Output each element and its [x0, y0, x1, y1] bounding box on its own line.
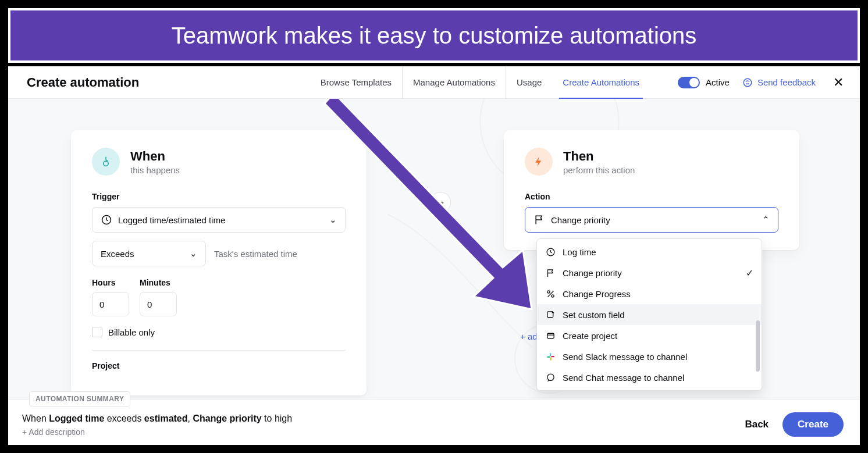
- then-card-header: Then perform this action: [525, 148, 778, 176]
- flag-icon: [545, 267, 556, 278]
- condition-row: Exceeds ⌄ Task's estimated time: [92, 241, 346, 266]
- hours-label: Hours: [92, 278, 129, 287]
- option-label: Change Progress: [563, 289, 631, 299]
- annotation-banner: Teamwork makes it easy to customize auto…: [8, 8, 860, 63]
- option-label: Log time: [563, 247, 596, 257]
- svg-rect-13: [551, 356, 554, 357]
- condition-value: Exceeds: [101, 249, 134, 259]
- custom-field-icon: [545, 309, 556, 320]
- active-toggle[interactable]: [678, 77, 700, 88]
- send-feedback-link[interactable]: Send feedback: [742, 77, 816, 88]
- condition-select[interactable]: Exceeds ⌄: [92, 241, 206, 266]
- tab-usage[interactable]: Usage: [506, 66, 552, 99]
- when-icon: [92, 148, 120, 176]
- billable-checkbox-row[interactable]: Billable only: [92, 327, 346, 337]
- clock-icon: [101, 214, 112, 226]
- when-card: When this happens Trigger Logged time/es…: [71, 130, 367, 395]
- back-button[interactable]: Back: [745, 419, 769, 430]
- svg-point-7: [551, 294, 553, 297]
- option-log-time[interactable]: Log time: [537, 241, 762, 262]
- billable-checkbox[interactable]: [92, 327, 102, 337]
- header-right: Active Send feedback ✕: [678, 75, 848, 90]
- billable-label: Billable only: [108, 327, 155, 337]
- footer: AUTOMATION SUMMARY When Logged time exce…: [8, 399, 860, 445]
- option-label: Create project: [563, 331, 617, 341]
- dropdown-scrollbar[interactable]: [756, 320, 760, 372]
- project-icon: [545, 330, 556, 341]
- chevron-down-icon: ⌄: [329, 215, 337, 225]
- annotation-banner-text: Teamwork makes it easy to customize auto…: [172, 23, 697, 49]
- option-create-project[interactable]: Create project: [537, 325, 762, 346]
- feedback-icon: [742, 77, 753, 88]
- tab-create-automations[interactable]: Create Automations: [552, 66, 650, 99]
- option-change-progress[interactable]: Change Progress: [537, 283, 762, 304]
- page-title: Create automation: [20, 75, 139, 90]
- when-card-header: When this happens: [92, 148, 346, 176]
- action-select[interactable]: Change priority ⌃: [525, 207, 778, 233]
- option-chat-message[interactable]: Send Chat message to channel: [537, 367, 762, 388]
- option-label: Change priority: [563, 268, 622, 278]
- option-change-priority[interactable]: Change priority ✓: [537, 262, 762, 283]
- tab-browse-templates[interactable]: Browse Templates: [310, 66, 402, 99]
- chat-icon: [545, 372, 556, 383]
- chevron-down-icon: ⌄: [190, 248, 197, 259]
- header-tabs: Browse Templates Manage Automations Usag…: [310, 66, 650, 99]
- flag-icon: [533, 214, 545, 226]
- chevron-up-icon: ⌃: [762, 215, 770, 225]
- then-subtitle: perform this action: [563, 165, 635, 175]
- summary-badge: AUTOMATION SUMMARY: [29, 391, 130, 406]
- time-inputs: Hours Minutes: [92, 278, 346, 316]
- minutes-input[interactable]: [140, 292, 177, 316]
- tab-manage-automations[interactable]: Manage Automations: [402, 66, 506, 99]
- svg-rect-12: [550, 357, 551, 361]
- active-toggle-wrap: Active: [678, 77, 730, 88]
- app-header: Create automation Browse Templates Manag…: [8, 66, 860, 99]
- then-icon: [525, 148, 553, 176]
- svg-rect-11: [547, 356, 550, 357]
- svg-rect-10: [550, 353, 551, 356]
- add-description-link[interactable]: + Add description: [22, 427, 846, 437]
- flow-connector-icon: →: [430, 192, 451, 213]
- hours-input[interactable]: [92, 292, 129, 316]
- option-label: Set custom field: [563, 310, 625, 320]
- check-icon: ✓: [746, 267, 753, 279]
- divider: [92, 350, 346, 351]
- close-button[interactable]: ✕: [828, 75, 848, 90]
- action-value: Change priority: [551, 215, 610, 225]
- then-card: Then perform this action Action Change p…: [504, 130, 799, 250]
- project-label: Project: [92, 361, 346, 370]
- option-label: Send Slack message to channel: [563, 352, 687, 362]
- svg-point-0: [744, 79, 752, 87]
- when-subtitle: this happens: [130, 165, 180, 175]
- svg-rect-9: [547, 333, 553, 338]
- action-dropdown: Log time Change priority ✓ Change Progre…: [536, 238, 762, 391]
- condition-hint: Task's estimated time: [214, 249, 297, 259]
- percent-icon: [545, 288, 556, 299]
- option-slack-message[interactable]: Send Slack message to channel: [537, 346, 762, 367]
- footer-actions: Back Create: [745, 412, 844, 437]
- svg-point-3: [104, 161, 108, 166]
- slack-icon: [545, 351, 556, 362]
- clock-icon: [545, 247, 556, 257]
- option-label: Send Chat message to channel: [563, 373, 684, 383]
- app-frame: Create automation Browse Templates Manag…: [8, 66, 860, 445]
- send-feedback-label: Send feedback: [757, 77, 816, 87]
- automation-canvas: → When this happens Trigger Logged time/…: [8, 99, 860, 399]
- create-button[interactable]: Create: [782, 412, 844, 437]
- trigger-select[interactable]: Logged time/estimated time ⌄: [92, 207, 346, 233]
- minutes-label: Minutes: [140, 278, 177, 287]
- then-title: Then: [563, 149, 635, 164]
- svg-point-6: [547, 290, 549, 293]
- action-label: Action: [525, 192, 778, 201]
- when-title: When: [130, 149, 180, 164]
- active-toggle-label: Active: [706, 77, 730, 87]
- summary-line: When Logged time exceeds estimated, Chan…: [22, 413, 846, 424]
- option-set-custom-field[interactable]: Set custom field: [537, 304, 762, 325]
- trigger-value: Logged time/estimated time: [118, 215, 225, 225]
- trigger-label: Trigger: [92, 192, 346, 201]
